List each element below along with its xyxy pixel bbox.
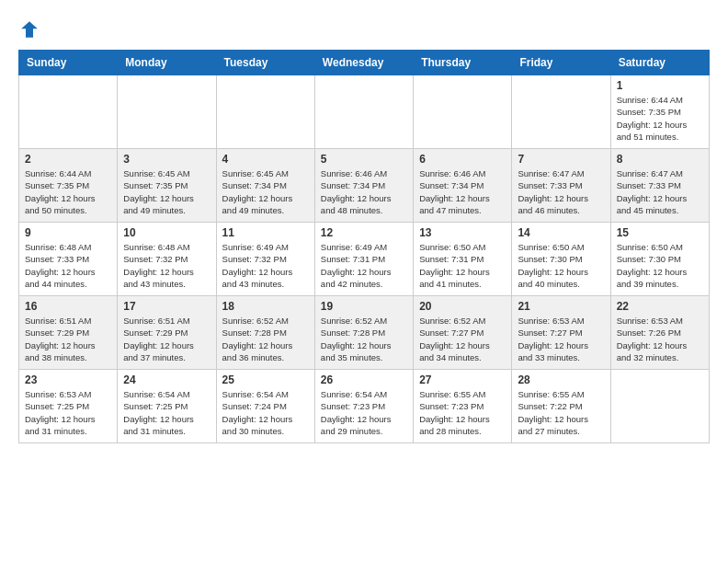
day-number: 8: [617, 153, 703, 166]
day-info: Sunrise: 6:53 AM Sunset: 7:25 PM Dayligh…: [25, 388, 111, 437]
calendar-cell: 12Sunrise: 6:49 AM Sunset: 7:31 PM Dayli…: [314, 223, 413, 296]
logo: [18, 18, 44, 40]
day-number: 14: [518, 226, 604, 239]
day-number: 18: [222, 300, 309, 313]
page-header: [18, 18, 710, 40]
day-info: Sunrise: 6:54 AM Sunset: 7:23 PM Dayligh…: [321, 388, 407, 437]
calendar-cell: [414, 75, 512, 149]
calendar-week-3: 9Sunrise: 6:48 AM Sunset: 7:33 PM Daylig…: [19, 223, 710, 296]
day-number: 24: [123, 373, 210, 386]
calendar-week-2: 2Sunrise: 6:44 AM Sunset: 7:35 PM Daylig…: [19, 149, 710, 223]
day-info: Sunrise: 6:52 AM Sunset: 7:27 PM Dayligh…: [419, 315, 506, 363]
day-number: 16: [25, 300, 111, 313]
day-number: 21: [518, 300, 604, 313]
calendar-cell: [216, 75, 314, 149]
day-info: Sunrise: 6:47 AM Sunset: 7:33 PM Dayligh…: [617, 167, 703, 216]
calendar-cell: 6Sunrise: 6:46 AM Sunset: 7:34 PM Daylig…: [414, 149, 512, 223]
day-number: 27: [419, 373, 506, 386]
weekday-header-monday: Monday: [118, 51, 216, 75]
calendar-cell: 7Sunrise: 6:47 AM Sunset: 7:33 PM Daylig…: [512, 149, 610, 223]
day-number: 4: [222, 153, 309, 166]
calendar-cell: 14Sunrise: 6:50 AM Sunset: 7:30 PM Dayli…: [512, 223, 610, 296]
day-info: Sunrise: 6:54 AM Sunset: 7:24 PM Dayligh…: [222, 388, 309, 437]
calendar-cell: 20Sunrise: 6:52 AM Sunset: 7:27 PM Dayli…: [414, 296, 512, 370]
day-info: Sunrise: 6:50 AM Sunset: 7:30 PM Dayligh…: [518, 241, 604, 290]
day-info: Sunrise: 6:48 AM Sunset: 7:32 PM Dayligh…: [123, 241, 210, 290]
weekday-header-wednesday: Wednesday: [314, 51, 413, 75]
calendar-header: SundayMondayTuesdayWednesdayThursdayFrid…: [19, 51, 710, 75]
day-number: 11: [222, 226, 309, 239]
day-number: 10: [123, 226, 210, 239]
calendar-cell: 28Sunrise: 6:55 AM Sunset: 7:22 PM Dayli…: [512, 370, 610, 443]
calendar-cell: 27Sunrise: 6:55 AM Sunset: 7:23 PM Dayli…: [414, 370, 512, 443]
day-number: 13: [419, 226, 506, 239]
calendar-cell: 15Sunrise: 6:50 AM Sunset: 7:30 PM Dayli…: [610, 223, 709, 296]
calendar-cell: 5Sunrise: 6:46 AM Sunset: 7:34 PM Daylig…: [314, 149, 413, 223]
day-number: 26: [321, 373, 407, 386]
calendar-cell: [118, 75, 216, 149]
calendar-cell: 11Sunrise: 6:49 AM Sunset: 7:32 PM Dayli…: [216, 223, 314, 296]
day-info: Sunrise: 6:53 AM Sunset: 7:27 PM Dayligh…: [518, 315, 604, 363]
day-number: 22: [617, 300, 703, 313]
day-number: 6: [419, 153, 506, 166]
calendar-cell: 22Sunrise: 6:53 AM Sunset: 7:26 PM Dayli…: [610, 296, 709, 370]
day-info: Sunrise: 6:55 AM Sunset: 7:23 PM Dayligh…: [419, 388, 506, 437]
calendar-cell: [610, 370, 709, 443]
day-info: Sunrise: 6:45 AM Sunset: 7:35 PM Dayligh…: [123, 167, 210, 216]
day-info: Sunrise: 6:52 AM Sunset: 7:28 PM Dayligh…: [222, 315, 309, 363]
day-info: Sunrise: 6:47 AM Sunset: 7:33 PM Dayligh…: [518, 167, 604, 216]
day-info: Sunrise: 6:52 AM Sunset: 7:28 PM Dayligh…: [321, 315, 407, 363]
calendar-cell: 16Sunrise: 6:51 AM Sunset: 7:29 PM Dayli…: [19, 296, 118, 370]
calendar-week-1: 1Sunrise: 6:44 AM Sunset: 7:35 PM Daylig…: [19, 75, 710, 149]
calendar-body: 1Sunrise: 6:44 AM Sunset: 7:35 PM Daylig…: [19, 75, 710, 443]
calendar-cell: 21Sunrise: 6:53 AM Sunset: 7:27 PM Dayli…: [512, 296, 610, 370]
calendar-cell: 26Sunrise: 6:54 AM Sunset: 7:23 PM Dayli…: [314, 370, 413, 443]
calendar-cell: 1Sunrise: 6:44 AM Sunset: 7:35 PM Daylig…: [610, 75, 709, 149]
weekday-header-sunday: Sunday: [19, 51, 118, 75]
day-number: 19: [321, 300, 407, 313]
calendar-cell: 18Sunrise: 6:52 AM Sunset: 7:28 PM Dayli…: [216, 296, 314, 370]
day-number: 2: [25, 153, 111, 166]
day-number: 15: [617, 226, 703, 239]
day-number: 7: [518, 153, 604, 166]
calendar-cell: 2Sunrise: 6:44 AM Sunset: 7:35 PM Daylig…: [19, 149, 118, 223]
svg-marker-0: [21, 21, 38, 38]
calendar-cell: 25Sunrise: 6:54 AM Sunset: 7:24 PM Dayli…: [216, 370, 314, 443]
weekday-header-saturday: Saturday: [610, 51, 709, 75]
calendar-cell: 9Sunrise: 6:48 AM Sunset: 7:33 PM Daylig…: [19, 223, 118, 296]
calendar-cell: [512, 75, 610, 149]
calendar-cell: 8Sunrise: 6:47 AM Sunset: 7:33 PM Daylig…: [610, 149, 709, 223]
calendar-cell: [19, 75, 118, 149]
day-info: Sunrise: 6:51 AM Sunset: 7:29 PM Dayligh…: [123, 315, 210, 363]
calendar-table: SundayMondayTuesdayWednesdayThursdayFrid…: [18, 50, 710, 443]
day-info: Sunrise: 6:45 AM Sunset: 7:34 PM Dayligh…: [222, 167, 309, 216]
day-info: Sunrise: 6:44 AM Sunset: 7:35 PM Dayligh…: [617, 94, 703, 143]
logo-icon: [18, 18, 40, 40]
day-number: 28: [518, 373, 604, 386]
calendar-cell: 23Sunrise: 6:53 AM Sunset: 7:25 PM Dayli…: [19, 370, 118, 443]
calendar-cell: 4Sunrise: 6:45 AM Sunset: 7:34 PM Daylig…: [216, 149, 314, 223]
day-info: Sunrise: 6:48 AM Sunset: 7:33 PM Dayligh…: [25, 241, 111, 290]
calendar-cell: 19Sunrise: 6:52 AM Sunset: 7:28 PM Dayli…: [314, 296, 413, 370]
weekday-header-thursday: Thursday: [414, 51, 512, 75]
day-info: Sunrise: 6:44 AM Sunset: 7:35 PM Dayligh…: [25, 167, 111, 216]
calendar-cell: 13Sunrise: 6:50 AM Sunset: 7:31 PM Dayli…: [414, 223, 512, 296]
calendar-cell: [314, 75, 413, 149]
day-number: 20: [419, 300, 506, 313]
day-number: 12: [321, 226, 407, 239]
calendar-cell: 3Sunrise: 6:45 AM Sunset: 7:35 PM Daylig…: [118, 149, 216, 223]
day-number: 5: [321, 153, 407, 166]
day-info: Sunrise: 6:46 AM Sunset: 7:34 PM Dayligh…: [419, 167, 506, 216]
day-info: Sunrise: 6:46 AM Sunset: 7:34 PM Dayligh…: [321, 167, 407, 216]
day-number: 9: [25, 226, 111, 239]
day-info: Sunrise: 6:50 AM Sunset: 7:31 PM Dayligh…: [419, 241, 506, 290]
day-number: 1: [617, 79, 703, 92]
calendar-cell: 24Sunrise: 6:54 AM Sunset: 7:25 PM Dayli…: [118, 370, 216, 443]
day-number: 17: [123, 300, 210, 313]
weekday-row: SundayMondayTuesdayWednesdayThursdayFrid…: [19, 51, 710, 75]
day-info: Sunrise: 6:53 AM Sunset: 7:26 PM Dayligh…: [617, 315, 703, 363]
calendar-week-4: 16Sunrise: 6:51 AM Sunset: 7:29 PM Dayli…: [19, 296, 710, 370]
day-info: Sunrise: 6:49 AM Sunset: 7:32 PM Dayligh…: [222, 241, 309, 290]
weekday-header-tuesday: Tuesday: [216, 51, 314, 75]
calendar-week-5: 23Sunrise: 6:53 AM Sunset: 7:25 PM Dayli…: [19, 370, 710, 443]
